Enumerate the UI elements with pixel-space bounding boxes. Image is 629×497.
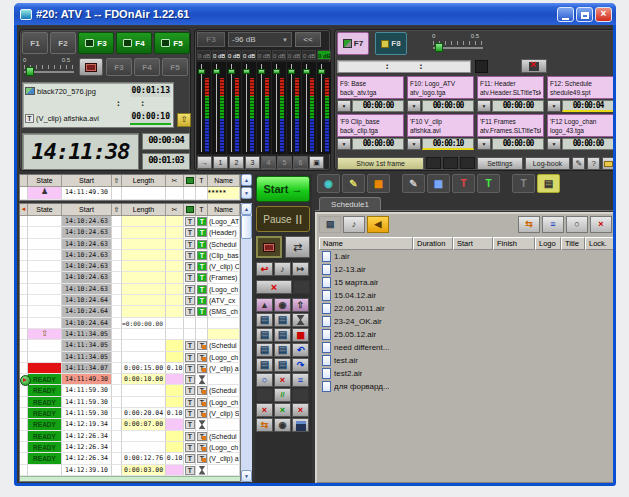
title-preset-button[interactable]: F9: Base back_atv.tga [337, 76, 404, 99]
text-icon[interactable]: T [512, 174, 535, 193]
f7-button[interactable]: F7 [337, 32, 369, 55]
clock-icon[interactable]: ◉ [274, 418, 291, 432]
folder-button[interactable] [602, 157, 613, 170]
pencil-icon[interactable]: ✎ [402, 174, 425, 193]
schedule-page-icon[interactable]: ▤ [319, 216, 341, 233]
input-fkey2-button[interactable]: F5 [162, 58, 188, 76]
type-icon[interactable] [197, 420, 207, 429]
fade-duration-slider[interactable]: 0 0.5 [22, 58, 76, 76]
slider-thumb[interactable] [26, 67, 34, 76]
close-button[interactable]: × [595, 7, 612, 22]
schedule-row[interactable]: 14:10:24.63 (Logo_ch [20, 284, 240, 295]
type-icon[interactable] [197, 251, 207, 260]
title-preset-button[interactable]: F11: Header atv.Header.SLTitleTsk [477, 76, 544, 99]
column-header[interactable]: Name [319, 237, 413, 250]
search-icon[interactable]: ○ [566, 216, 588, 233]
text-toggle-icon[interactable] [185, 398, 195, 407]
channel-fader[interactable] [287, 62, 301, 154]
add-page-3-icon[interactable]: ▤ [256, 328, 273, 342]
preset-dropdown[interactable]: ▼ [337, 138, 351, 150]
schedule-row[interactable]: 14:10:24.64 =0:00:00.00 [20, 318, 240, 329]
text-toggle-icon[interactable] [185, 228, 195, 237]
add-page-icon[interactable]: ▤ [256, 313, 273, 327]
title-preset-button[interactable]: F12: Schedule shedule49.spt [547, 76, 613, 99]
text-toggle-icon[interactable] [185, 443, 195, 452]
type-icon[interactable] [197, 217, 207, 226]
table-scrollbar[interactable]: ▲ ▼ [241, 203, 252, 482]
title-preset-button[interactable]: 'F9 Clip_base back_clip.tga [337, 114, 404, 137]
scroll-down-button[interactable]: ▼ [241, 187, 252, 199]
text-toggle-icon[interactable] [185, 432, 195, 441]
playlist-file-row[interactable]: test2.air [319, 367, 612, 380]
scroll-up-button[interactable]: ▲ [241, 203, 252, 215]
fader-thumb[interactable] [318, 69, 325, 74]
text-toggle-icon[interactable] [185, 240, 195, 249]
input-fkey-button[interactable]: F5 [154, 32, 190, 54]
schedule-row[interactable]: READY 14:12:19.34 0:00:07.00 [20, 419, 240, 430]
text-toggle-icon[interactable] [185, 217, 195, 226]
scroll-thumb[interactable] [241, 215, 252, 239]
preview-row-1[interactable]: black720_576.jpg 00:01:13 [25, 84, 171, 98]
schedule-row[interactable]: 14:10:24.63 (Clip_bas [20, 250, 240, 261]
move-up-button[interactable]: ⇧ [177, 113, 191, 127]
channel-fader[interactable] [272, 62, 286, 154]
input-fkey-button[interactable]: F4 [116, 32, 152, 54]
column-header[interactable]: Finish [493, 237, 535, 250]
fader-thumb[interactable] [213, 69, 220, 74]
collapse-button[interactable]: << [295, 32, 321, 47]
edit-icon[interactable]: ✎ [342, 174, 365, 193]
note-icon[interactable]: ♪ [343, 216, 365, 233]
column-header[interactable]: Lock. [585, 237, 613, 250]
text-toggle-icon[interactable] [185, 386, 195, 395]
mixer-channel-button[interactable]: → [197, 156, 212, 169]
mixer-channel-button[interactable]: 2 [229, 156, 244, 169]
logbook-button[interactable]: Log-book [525, 157, 571, 170]
preset-dropdown[interactable]: ▼ [547, 138, 561, 150]
pointer-icon[interactable]: ▲ [256, 298, 273, 312]
title-fade-slider[interactable]: 0 0.5 [431, 34, 485, 52]
film-icon[interactable]: ▦ [367, 174, 390, 193]
eject-icon[interactable]: ⇧ [292, 298, 309, 312]
channel-fader[interactable] [212, 62, 226, 154]
schedule-row[interactable]: 14:10:24.64 (SMS_ch [20, 306, 240, 317]
mixer-channel-button[interactable]: ▣ [309, 156, 324, 169]
pen-button[interactable]: ✎ [572, 157, 585, 170]
hand-page-2-icon[interactable]: ▤ [274, 358, 291, 372]
add-page-5-icon[interactable]: ▤ [256, 343, 273, 357]
schedule-row[interactable]: 14:10:24.63 (Schedul [20, 239, 240, 250]
wait-icon[interactable] [292, 313, 309, 327]
notes-icon[interactable]: ▤ [537, 174, 560, 193]
type-icon[interactable] [197, 375, 207, 384]
mixer-channel-button[interactable]: 6 [293, 156, 308, 169]
blank-slot[interactable] [256, 388, 273, 402]
type-icon[interactable] [197, 386, 207, 395]
type-icon[interactable] [197, 296, 207, 305]
preview-row-2[interactable]: (V_clip) afishka.avi 00:00:10 [25, 111, 171, 125]
add-page-2-icon[interactable]: ▤ [274, 313, 291, 327]
preset-dropdown[interactable]: ▼ [407, 100, 421, 112]
fader-thumb[interactable] [303, 69, 310, 74]
channel-fader[interactable] [302, 62, 316, 154]
fader-thumb[interactable] [258, 69, 265, 74]
fader-thumb[interactable] [288, 69, 295, 74]
text-toggle-icon[interactable] [185, 285, 195, 294]
playlist-file-row[interactable]: 25.05.12.air [319, 328, 612, 341]
mixer-channel-button[interactable]: 3 [245, 156, 260, 169]
title-green-icon[interactable]: T [477, 174, 500, 193]
type-icon[interactable] [197, 341, 207, 350]
list-icon[interactable]: ≡ [292, 373, 309, 387]
schedule-row[interactable]: 14:10:24.63 (V_clip) C [20, 261, 240, 272]
add-page-4-icon[interactable]: ▤ [274, 328, 291, 342]
input-fkey-button[interactable]: F3 [78, 32, 114, 54]
title-preset-button[interactable]: 'F11 Frames atv.Frames.SLTitleTsk [477, 114, 544, 137]
playlist-file-row[interactable]: для форвард... [319, 380, 612, 393]
playlist-file-row[interactable]: 12-13.air [319, 263, 612, 276]
schedule-row[interactable]: READY 14:11:59.30 (Schedul [20, 385, 240, 396]
column-header[interactable]: Duration [413, 237, 453, 250]
input-fkey2-button[interactable]: F4 [134, 58, 160, 76]
mixer-fkey-button[interactable]: F3 [197, 32, 225, 47]
channel-fader[interactable] [317, 62, 331, 154]
type-icon[interactable] [197, 240, 207, 249]
scroll-up-button[interactable]: ▲ [241, 174, 252, 186]
input-fkey-button[interactable]: F1 [22, 32, 48, 54]
